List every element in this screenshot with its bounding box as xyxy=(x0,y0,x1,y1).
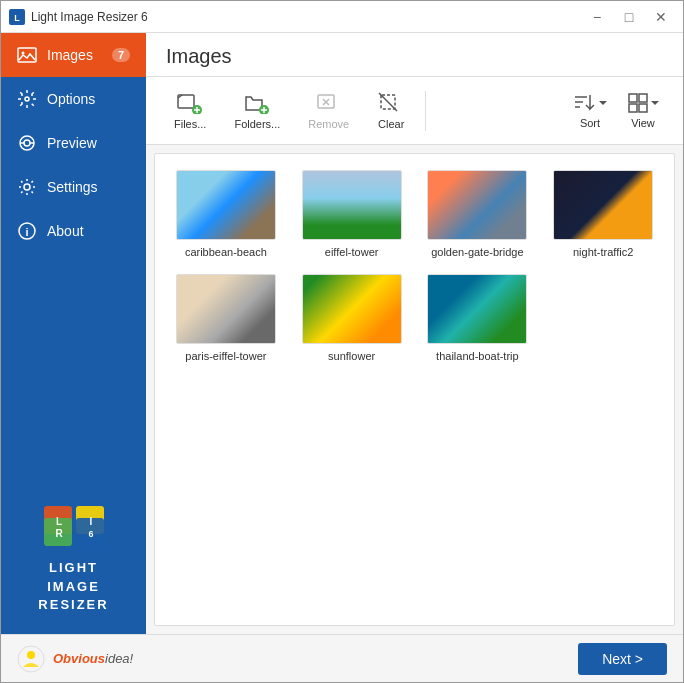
main-layout: Images 7 Options xyxy=(1,33,683,634)
svg-point-4 xyxy=(25,97,29,101)
svg-rect-41 xyxy=(639,94,647,102)
folders-label: Folders... xyxy=(234,118,280,130)
image-thumb-thailand-boat-trip xyxy=(427,274,527,344)
svg-point-9 xyxy=(24,140,30,146)
svg-point-12 xyxy=(24,184,30,190)
image-label-paris-eiffel-tower: paris-eiffel-tower xyxy=(185,350,266,362)
image-label-night-traffic2: night-traffic2 xyxy=(573,246,633,258)
svg-point-7 xyxy=(21,102,23,104)
image-label-thailand-boat-trip: thailand-boat-trip xyxy=(436,350,519,362)
about-icon: i xyxy=(17,221,37,241)
about-label: About xyxy=(47,223,84,239)
image-thumb-night-traffic2 xyxy=(553,170,653,240)
clear-label: Clear xyxy=(378,118,404,130)
options-icon xyxy=(17,89,37,109)
image-item-night-traffic2[interactable]: night-traffic2 xyxy=(548,170,658,258)
remove-button[interactable]: Remove xyxy=(296,85,361,136)
content-area: Images Files... xyxy=(146,33,683,634)
window-controls: − □ ✕ xyxy=(583,6,675,28)
preview-label: Preview xyxy=(47,135,97,151)
maximize-button[interactable]: □ xyxy=(615,6,643,28)
images-icon xyxy=(17,45,37,65)
images-badge: 7 xyxy=(112,48,130,62)
svg-text:L: L xyxy=(14,13,20,23)
image-label-golden-gate-bridge: golden-gate-bridge xyxy=(431,246,523,258)
options-label: Options xyxy=(47,91,95,107)
svg-rect-43 xyxy=(639,104,647,112)
folders-icon xyxy=(243,91,271,115)
settings-icon xyxy=(17,177,37,197)
toolbar-separator xyxy=(425,91,426,131)
sort-icon xyxy=(573,92,607,114)
image-item-eiffel-tower[interactable]: eiffel-tower xyxy=(297,170,407,258)
svg-text:i: i xyxy=(25,226,28,238)
svg-point-6 xyxy=(31,94,33,96)
clear-button[interactable]: Clear xyxy=(365,85,417,136)
images-grid: caribbean-beacheiffel-towergolden-gate-b… xyxy=(171,170,658,362)
logo-text: LIGHTIMAGERESIZER xyxy=(38,559,108,614)
image-label-eiffel-tower: eiffel-tower xyxy=(325,246,379,258)
next-button[interactable]: Next > xyxy=(578,643,667,675)
images-container: caribbean-beacheiffel-towergolden-gate-b… xyxy=(154,153,675,626)
svg-text:R: R xyxy=(55,528,63,539)
sidebar-logo: L I R 6 LIGHTIMAGERESIZER xyxy=(1,481,146,634)
image-thumb-paris-eiffel-tower xyxy=(176,274,276,344)
preview-icon xyxy=(17,133,37,153)
app-icon: L xyxy=(9,9,25,25)
svg-rect-40 xyxy=(629,94,637,102)
footer-brand: Obviousidea! xyxy=(17,645,133,673)
sort-button[interactable]: Sort xyxy=(565,86,615,135)
svg-point-3 xyxy=(22,52,25,55)
sort-label: Sort xyxy=(580,117,600,129)
svg-point-5 xyxy=(21,94,23,96)
view-icon xyxy=(627,92,659,114)
clear-icon xyxy=(377,91,405,115)
sidebar: Images 7 Options xyxy=(1,33,146,634)
image-thumb-caribbean-beach xyxy=(176,170,276,240)
svg-rect-2 xyxy=(18,48,36,62)
image-item-sunflower[interactable]: sunflower xyxy=(297,274,407,362)
files-label: Files... xyxy=(174,118,206,130)
image-thumb-golden-gate-bridge xyxy=(427,170,527,240)
svg-marker-44 xyxy=(651,101,659,105)
svg-text:L: L xyxy=(55,516,61,527)
page-title: Images xyxy=(146,33,683,77)
remove-label: Remove xyxy=(308,118,349,130)
svg-point-46 xyxy=(27,651,35,659)
titlebar: L Light Image Resizer 6 − □ ✕ xyxy=(1,1,683,33)
image-item-caribbean-beach[interactable]: caribbean-beach xyxy=(171,170,281,258)
toolbar-right: Sort View xyxy=(565,86,667,135)
sidebar-item-settings[interactable]: Settings xyxy=(1,165,146,209)
image-label-sunflower: sunflower xyxy=(328,350,375,362)
brand-name: Obviousidea! xyxy=(53,651,133,666)
window-title: Light Image Resizer 6 xyxy=(31,10,583,24)
settings-label: Settings xyxy=(47,179,98,195)
files-button[interactable]: Files... xyxy=(162,85,218,136)
image-item-thailand-boat-trip[interactable]: thailand-boat-trip xyxy=(423,274,533,362)
sidebar-item-options[interactable]: Options xyxy=(1,77,146,121)
sidebar-item-about[interactable]: i About xyxy=(1,209,146,253)
remove-icon xyxy=(315,91,343,115)
files-icon xyxy=(176,91,204,115)
footer: Obviousidea! Next > xyxy=(1,634,683,682)
folders-button[interactable]: Folders... xyxy=(222,85,292,136)
svg-text:6: 6 xyxy=(88,529,93,539)
sidebar-item-preview[interactable]: Preview xyxy=(1,121,146,165)
image-item-paris-eiffel-tower[interactable]: paris-eiffel-tower xyxy=(171,274,281,362)
image-label-caribbean-beach: caribbean-beach xyxy=(185,246,267,258)
image-item-golden-gate-bridge[interactable]: golden-gate-bridge xyxy=(423,170,533,258)
image-thumb-sunflower xyxy=(302,274,402,344)
image-thumb-eiffel-tower xyxy=(302,170,402,240)
images-label: Images xyxy=(47,47,93,63)
view-label: View xyxy=(631,117,655,129)
svg-rect-42 xyxy=(629,104,637,112)
sidebar-item-images[interactable]: Images 7 xyxy=(1,33,146,77)
close-button[interactable]: ✕ xyxy=(647,6,675,28)
minimize-button[interactable]: − xyxy=(583,6,611,28)
view-button[interactable]: View xyxy=(619,86,667,135)
svg-text:I: I xyxy=(89,516,92,527)
svg-marker-39 xyxy=(599,101,607,105)
toolbar: Files... Folders... xyxy=(146,77,683,145)
